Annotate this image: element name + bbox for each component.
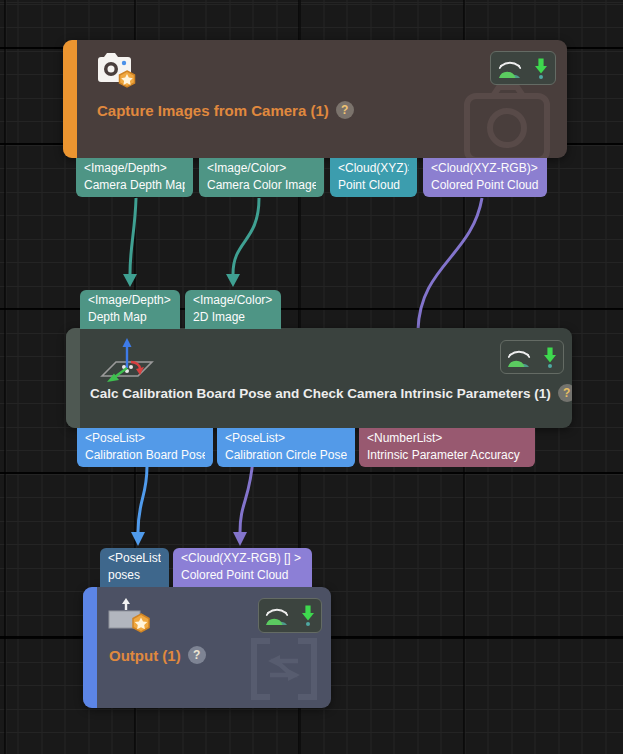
calibration-board-pose-icon [94, 336, 158, 386]
port-in-2d-image[interactable]: <Image/Color> 2D Image [185, 290, 281, 329]
camera-outline-icon [461, 82, 553, 158]
port-name: Colored Point Cloud [431, 177, 539, 194]
port-name: Intrinsic Parameter Accuracy [367, 447, 527, 464]
node-accent-bar [83, 587, 97, 708]
node-capture-images-from-camera[interactable]: Capture Images from Camera (1) ? [63, 40, 567, 158]
wire-depth-map[interactable] [123, 198, 137, 287]
wire-poses[interactable] [131, 466, 147, 546]
download-arrow-icon[interactable] [300, 604, 316, 627]
port-out-camera-depth-map[interactable]: <Image/Depth> Camera Depth Map [76, 158, 193, 197]
port-type: <Image/Color> [193, 292, 273, 309]
port-out-calibration-circle-poses[interactable]: <PoseList> Calibration Circle Poses [217, 428, 355, 467]
output-star-icon [105, 596, 155, 638]
help-badge[interactable]: ? [188, 646, 206, 664]
port-name: Camera Depth Map [84, 177, 185, 194]
port-name: Calibration Circle Poses [225, 447, 347, 464]
node-title-row: Calc Calibration Board Pose and Check Ca… [90, 382, 572, 404]
port-out-calibration-board-pose[interactable]: <PoseList> Calibration Board Pose [77, 428, 213, 467]
port-type: <PoseList> [225, 430, 347, 447]
node-accent-bar [63, 40, 77, 158]
port-name: Calibration Board Pose [85, 447, 205, 464]
port-type: <Image/Depth> [84, 160, 185, 177]
download-arrow-icon[interactable] [533, 57, 549, 80]
help-badge[interactable]: ? [336, 101, 354, 119]
wire-2d-image[interactable] [226, 198, 259, 287]
camera-star-icon [96, 51, 138, 91]
port-type: <Cloud(XYZ)> [338, 160, 409, 177]
port-name: poses [108, 567, 161, 584]
node-toolbar [490, 51, 556, 85]
port-name: Colored Point Cloud [181, 567, 304, 584]
port-type: <Image/Color> [207, 160, 316, 177]
node-title: Output (1) [109, 647, 181, 664]
port-out-intrinsic-parameter-accuracy[interactable]: <NumberList> Intrinsic Parameter Accurac… [359, 428, 535, 467]
node-title: Calc Calibration Board Pose and Check Ca… [90, 386, 551, 401]
port-name: Camera Color Image [207, 177, 316, 194]
port-type: <NumberList> [367, 430, 527, 447]
port-in-colored-point-cloud[interactable]: <Cloud(XYZ-RGB) [] > Colored Point Cloud [173, 548, 312, 587]
node-title-row: Output (1) ? [109, 643, 206, 667]
node-toolbar [258, 598, 322, 633]
image-preview-icon[interactable] [265, 605, 289, 626]
port-name: Point Cloud [338, 177, 409, 194]
port-type: <PoseList> [85, 430, 205, 447]
port-type: <Cloud(XYZ-RGB) [] > [181, 550, 304, 567]
port-in-poses[interactable]: <PoseList> poses [100, 548, 169, 587]
port-type: <PoseList> [108, 550, 161, 567]
image-preview-icon[interactable] [498, 58, 522, 79]
node-toolbar [500, 340, 564, 374]
port-type: <Cloud(XYZ-RGB)> [431, 160, 539, 177]
port-out-point-cloud[interactable]: <Cloud(XYZ)> Point Cloud [330, 158, 417, 197]
node-graph-canvas[interactable]: { "canvas": {"background": "#191919", "g… [0, 0, 623, 754]
node-title-row: Capture Images from Camera (1) ? [97, 98, 354, 122]
port-in-depth-map[interactable]: <Image/Depth> Depth Map [80, 290, 180, 329]
download-arrow-icon[interactable] [542, 346, 558, 369]
node-accent-bar [66, 328, 80, 428]
node-title: Capture Images from Camera (1) [97, 102, 329, 119]
port-out-camera-color-image[interactable]: <Image/Color> Camera Color Image [199, 158, 324, 197]
help-badge[interactable]: ? [558, 384, 572, 402]
port-name: Depth Map [88, 309, 172, 326]
port-type: <Image/Depth> [88, 292, 172, 309]
node-calc-calibration-board-pose[interactable]: Calc Calibration Board Pose and Check Ca… [66, 328, 572, 428]
image-preview-icon[interactable] [507, 347, 531, 368]
node-output[interactable]: Output (1) ? [83, 587, 331, 708]
port-name: 2D Image [193, 309, 273, 326]
transfer-icon [246, 635, 322, 705]
port-out-colored-point-cloud[interactable]: <Cloud(XYZ-RGB)> Colored Point Cloud [423, 158, 547, 197]
